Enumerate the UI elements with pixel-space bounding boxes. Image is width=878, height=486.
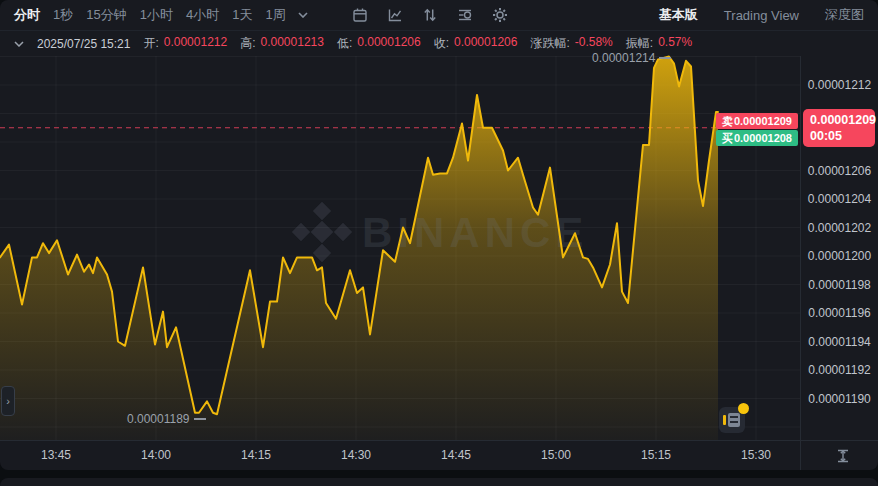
session-low-annotation: 0.00001189 xyxy=(127,412,206,426)
amplitude-value: 0.57% xyxy=(658,35,692,52)
time-axis-label: 14:15 xyxy=(241,448,271,462)
chart-style-button[interactable] xyxy=(387,7,403,23)
calendar-button[interactable] xyxy=(352,7,368,23)
change-field: 涨跌幅:-0.58% xyxy=(530,35,612,52)
amplitude-label: 振幅: xyxy=(626,35,653,52)
price-axis-label: 0.00001204 xyxy=(801,191,878,207)
close-value: 0.00001206 xyxy=(454,35,517,52)
news-marker-button[interactable] xyxy=(719,407,745,433)
interval-tab[interactable]: 4小时 xyxy=(186,6,219,24)
annotation-dash xyxy=(194,418,206,420)
time-axis-label: 14:00 xyxy=(141,448,171,462)
binance-watermark: BINANCE xyxy=(292,202,589,262)
panel-expander-button[interactable]: › xyxy=(1,386,15,416)
time-axis[interactable]: 13:45 14:00 14:15 14:30 14:45 15:00 15:1… xyxy=(0,441,878,470)
price-axis-label: 0.00001202 xyxy=(801,220,878,236)
time-axis-label: 14:30 xyxy=(341,448,371,462)
swap-arrows-icon xyxy=(422,7,438,23)
close-field: 收:0.00001206 xyxy=(434,35,518,52)
more-intervals-button[interactable] xyxy=(298,12,308,18)
time-axis-label: 15:30 xyxy=(741,448,771,462)
price-area-fill xyxy=(0,57,718,441)
sell-price: 0.00001209 xyxy=(734,115,792,127)
buy-label: 买 xyxy=(722,131,733,146)
next-panel-edge xyxy=(0,478,878,486)
open-field: 开:0.00001212 xyxy=(143,35,227,52)
fit-scale-icon xyxy=(835,448,851,464)
indicators-icon xyxy=(457,7,473,23)
high-value: 0.00001213 xyxy=(261,35,324,52)
time-axis-label: 13:45 xyxy=(41,448,71,462)
price-axis-label: 0.00001192 xyxy=(801,362,878,378)
price-chart: BINANCE xyxy=(0,0,878,470)
interval-tabs: 分时 1秒 15分钟 1小时 4小时 1天 1周 xyxy=(14,6,286,24)
session-low-value: 0.00001189 xyxy=(127,412,190,426)
candle-countdown: 00:05 xyxy=(810,128,875,144)
open-value: 0.00001212 xyxy=(164,35,227,52)
price-axis-label: 0.00001206 xyxy=(801,163,878,179)
ohlc-infobar: 2025/07/25 15:21 开:0.00001212 高:0.000012… xyxy=(0,31,878,56)
chevron-down-icon xyxy=(298,12,308,18)
binance-chart-page: BINANCE 0.00001214 0.00001189 卖 0.000012… xyxy=(0,0,878,486)
interval-tab[interactable]: 1天 xyxy=(232,6,252,24)
candle-datetime: 2025/07/25 15:21 xyxy=(37,37,130,51)
annotation-dash xyxy=(659,57,671,59)
watermark-text: BINANCE xyxy=(362,209,588,256)
price-axis-label: 0.00001194 xyxy=(801,334,878,350)
time-axis-label: 14:45 xyxy=(441,448,471,462)
low-field: 低:0.00001206 xyxy=(337,35,421,52)
view-mode-tabs: 基本版 Trading View 深度图 xyxy=(659,6,864,24)
fit-scale-button[interactable] xyxy=(835,448,851,467)
document-icon xyxy=(728,413,740,427)
indicators-button[interactable] xyxy=(457,7,473,23)
chevron-down-icon xyxy=(14,41,24,47)
time-axis-label: 15:00 xyxy=(541,448,571,462)
view-tab-depth[interactable]: 深度图 xyxy=(825,6,864,24)
buy-price-badge[interactable]: 买 0.00001208 xyxy=(716,130,798,146)
time-axis-label: 15:15 xyxy=(641,448,671,462)
change-label: 涨跌幅: xyxy=(530,35,569,52)
last-price-box: 0.00001209 00:05 xyxy=(803,109,875,147)
buy-price: 0.00001208 xyxy=(734,132,792,144)
price-axis-label: 0.00001196 xyxy=(801,305,878,321)
interval-tab[interactable]: 1秒 xyxy=(53,6,73,24)
sell-label: 卖 xyxy=(722,114,733,129)
price-axis-label: 0.00001212 xyxy=(801,77,878,93)
view-tab-basic[interactable]: 基本版 xyxy=(659,6,698,24)
close-label: 收: xyxy=(434,35,449,52)
calendar-icon xyxy=(352,7,368,23)
plot-area[interactable]: BINANCE 0.00001214 0.00001189 卖 0.000012… xyxy=(0,0,878,470)
price-axis-label: 0.00001190 xyxy=(801,391,878,407)
collapse-info-button[interactable] xyxy=(14,41,24,47)
chart-toolbar: 分时 1秒 15分钟 1小时 4小时 1天 1周 xyxy=(0,0,878,31)
interval-tab[interactable]: 分时 xyxy=(14,6,40,24)
change-value: -0.58% xyxy=(575,35,613,52)
price-axis[interactable]: 0.00001212 0.00001206 0.00001204 0.00001… xyxy=(800,56,878,470)
chart-settings-button[interactable] xyxy=(492,7,508,23)
amplitude-field: 振幅:0.57% xyxy=(626,35,692,52)
chart-panel: BINANCE 0.00001214 0.00001189 卖 0.000012… xyxy=(0,0,878,470)
view-tab-tradingview[interactable]: Trading View xyxy=(724,8,799,23)
open-label: 开: xyxy=(143,35,158,52)
high-field: 高:0.00001213 xyxy=(240,35,324,52)
price-axis-label: 0.00001200 xyxy=(801,248,878,264)
price-axis-label: 0.00001198 xyxy=(801,277,878,293)
binance-logo-icon xyxy=(292,202,352,262)
line-chart-icon xyxy=(387,7,403,23)
last-price-value: 0.00001209 xyxy=(810,112,875,128)
toolbar-icons xyxy=(352,7,508,23)
interval-tab[interactable]: 15分钟 xyxy=(86,6,126,24)
low-value: 0.00001206 xyxy=(357,35,420,52)
sell-price-badge[interactable]: 卖 0.00001209 xyxy=(716,113,798,129)
interval-tab[interactable]: 1周 xyxy=(265,6,285,24)
news-icon xyxy=(723,415,726,425)
compare-button[interactable] xyxy=(422,7,438,23)
interval-tab[interactable]: 1小时 xyxy=(140,6,173,24)
notification-dot xyxy=(738,403,749,414)
settings-gear-icon xyxy=(492,7,508,23)
high-label: 高: xyxy=(240,35,255,52)
low-label: 低: xyxy=(337,35,352,52)
